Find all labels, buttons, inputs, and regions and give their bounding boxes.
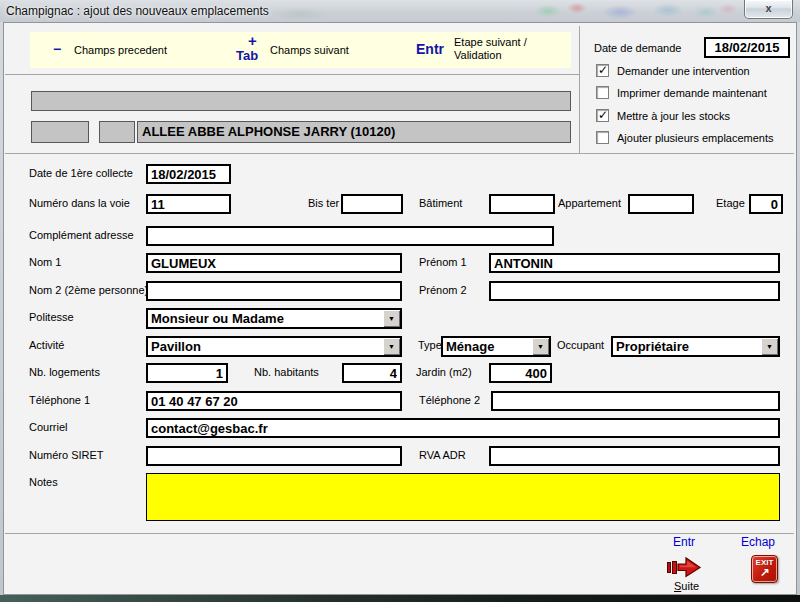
batiment-field[interactable]	[489, 194, 555, 214]
date-collecte-field[interactable]	[146, 164, 231, 184]
bis-ter-label: Bis ter	[308, 197, 339, 209]
nb-habitants-label: Nb. habitants	[254, 366, 319, 378]
address-header-field[interactable]	[31, 91, 571, 111]
prenom1-field[interactable]	[489, 253, 780, 273]
checkbox-imprimer-demande[interactable]	[596, 86, 609, 99]
street-text: ALLEE ABBE ALPHONSE JARRY (10120)	[138, 122, 570, 141]
nb-logements-field[interactable]	[146, 363, 228, 383]
date-collecte-label: Date de 1ère collecte	[29, 167, 133, 179]
dialog-body: − Champs precedent + Tab Champs suivant …	[3, 22, 797, 595]
exit-arrow-icon: ↗	[752, 567, 777, 579]
telephone2-field[interactable]	[491, 391, 780, 411]
chevron-down-icon[interactable]: ▼	[532, 338, 549, 355]
close-icon[interactable]: x	[744, 0, 793, 19]
siret-field[interactable]	[146, 446, 402, 466]
numero-voie-label: Numéro dans la voie	[29, 197, 130, 209]
jardin-field[interactable]	[489, 363, 552, 383]
suite-label-rest: uite	[681, 580, 699, 592]
nom1-label: Nom 1	[29, 256, 61, 268]
notes-label: Notes	[29, 476, 58, 488]
politesse-value: Monsieur ou Madame	[151, 311, 284, 326]
plus-key-icon: +	[248, 32, 257, 49]
suite-key-hint: Entr	[673, 535, 695, 549]
occupant-label: Occupant	[557, 339, 604, 351]
suite-label: Suite	[674, 580, 699, 592]
siret-label: Numéro SIRET	[29, 449, 104, 461]
nom2-field[interactable]	[146, 281, 402, 301]
jardin-label: Jardin (m2)	[416, 366, 472, 378]
batiment-label: Bâtiment	[419, 197, 462, 209]
checkbox-ajouter-plusieurs-label: Ajouter plusieurs emplacements	[617, 132, 774, 144]
divider	[5, 153, 794, 154]
exit-button[interactable]: EXIT ↗	[751, 555, 778, 583]
checkbox-demander-intervention[interactable]: ✓	[596, 64, 609, 77]
etage-label: Etage	[716, 197, 745, 209]
type-value: Ménage	[446, 339, 494, 354]
nom2-label: Nom 2 (2ème personne)	[29, 284, 148, 296]
courriel-label: Courriel	[29, 421, 68, 433]
activite-label: Activité	[29, 339, 64, 351]
checkbox-mettre-a-jour-stocks-label: Mettre à jour les stocks	[617, 110, 730, 122]
etage-field[interactable]	[749, 194, 783, 214]
occupant-value: Propriétaire	[616, 339, 689, 354]
nom1-field[interactable]	[146, 253, 402, 273]
nb-habitants-field[interactable]	[342, 363, 402, 383]
telephone1-label: Téléphone 1	[29, 394, 90, 406]
chevron-down-icon[interactable]: ▼	[383, 310, 400, 327]
window-frame-bottom	[0, 595, 800, 602]
shortcut-bar: − Champs precedent + Tab Champs suivant …	[30, 32, 571, 68]
address-code-field-2[interactable]	[99, 121, 135, 143]
divider	[579, 26, 580, 153]
window-title: Champignac : ajout des nouveaux emplacem…	[6, 4, 269, 18]
date-demande-field[interactable]	[704, 37, 790, 58]
prenom2-field[interactable]	[489, 281, 780, 301]
numero-voie-field[interactable]	[146, 194, 231, 214]
notes-textarea[interactable]	[146, 473, 780, 521]
courriel-field[interactable]	[146, 418, 780, 438]
checkbox-mettre-a-jour-stocks[interactable]: ✓	[596, 109, 609, 122]
telephone2-label: Téléphone 2	[419, 394, 480, 406]
address-code-field-1[interactable]	[31, 121, 89, 143]
tab-key-icon: Tab	[236, 48, 258, 63]
enter-key-icon: Entr	[416, 41, 444, 57]
prenom1-label: Prénom 1	[419, 256, 467, 268]
prev-field-label: Champs precedent	[74, 44, 167, 56]
appartement-label: Appartement	[558, 197, 621, 209]
date-demande-label: Date de demande	[594, 42, 681, 54]
activite-value: Pavillon	[151, 339, 201, 354]
exit-key-hint: Echap	[741, 535, 775, 549]
politesse-select[interactable]: Monsieur ou Madame ▼	[146, 308, 402, 329]
telephone1-field[interactable]	[146, 391, 402, 411]
prenom2-label: Prénom 2	[419, 284, 467, 296]
minus-key-icon: −	[53, 41, 61, 57]
check-icon: ✓	[598, 110, 608, 120]
titlebar: Champignac : ajout des nouveaux emplacem…	[0, 0, 800, 22]
validate-label-line2: Validation	[454, 49, 502, 61]
checkbox-imprimer-demande-label: Imprimer demande maintenant	[617, 87, 767, 99]
rva-adr-label: RVA ADR	[419, 449, 466, 461]
checkbox-demander-intervention-label: Demander une intervention	[617, 65, 750, 77]
divider	[5, 74, 579, 75]
window-frame: Champignac : ajout des nouveaux emplacem…	[0, 0, 800, 602]
validate-label-line1: Etape suivant /	[454, 36, 527, 48]
street-field[interactable]: ALLEE ABBE ALPHONSE JARRY (10120)	[137, 121, 571, 143]
bis-ter-field[interactable]	[341, 194, 403, 214]
rva-adr-field[interactable]	[489, 446, 780, 466]
nb-logements-label: Nb. logements	[29, 366, 100, 378]
complement-adresse-field[interactable]	[146, 226, 554, 246]
occupant-select[interactable]: Propriétaire ▼	[611, 336, 780, 357]
check-icon: ✓	[598, 65, 608, 75]
activite-select[interactable]: Pavillon ▼	[146, 336, 402, 357]
chevron-down-icon[interactable]: ▼	[383, 338, 400, 355]
divider	[5, 533, 794, 534]
complement-adresse-label: Complément adresse	[29, 229, 134, 241]
politesse-label: Politesse	[29, 311, 74, 323]
type-label: Type	[418, 339, 442, 351]
suite-button[interactable]	[666, 553, 706, 580]
type-select[interactable]: Ménage ▼	[441, 336, 551, 357]
chevron-down-icon[interactable]: ▼	[761, 338, 778, 355]
appartement-field[interactable]	[628, 194, 694, 214]
next-field-label: Champs suivant	[270, 44, 349, 56]
checkbox-ajouter-plusieurs[interactable]	[596, 131, 609, 144]
